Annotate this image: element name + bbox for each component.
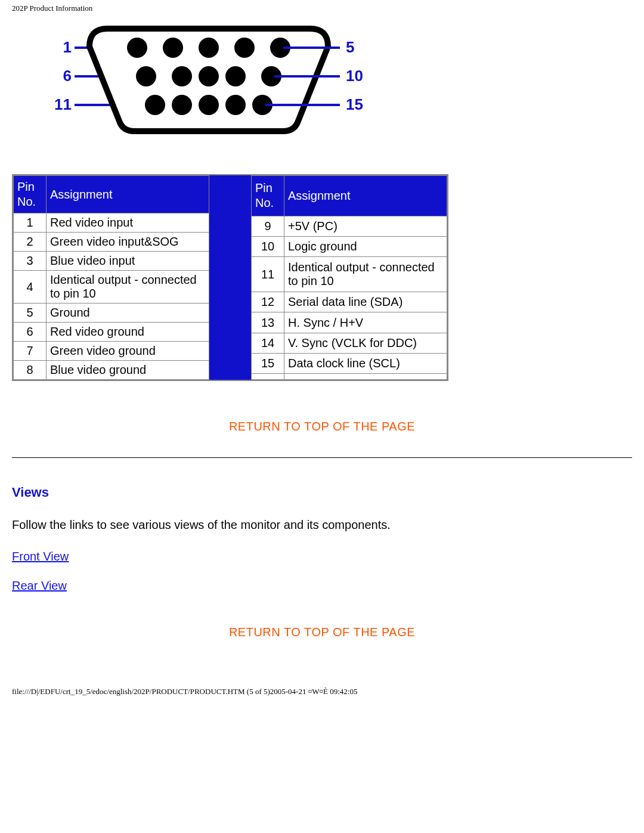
pin-number: 6: [14, 323, 47, 342]
pin-number: 5: [14, 304, 47, 323]
pin-number: 1: [14, 213, 47, 233]
pin-number: 10: [252, 236, 284, 256]
pin-assignment: Identical output - connected to pin 10: [47, 271, 209, 304]
pin-table-right: Pin No. Assignment 9+5V (PC) 10Logic gro…: [251, 175, 447, 380]
col-header-pin: Pin No.: [14, 176, 47, 213]
table-row: Pin No. Assignment: [252, 176, 447, 216]
col-header-assignment: Assignment: [284, 176, 447, 216]
table-row: 1Red video input: [14, 213, 209, 233]
views-heading: Views: [12, 485, 632, 500]
pin-assignment: Data clock line (SCL): [284, 353, 447, 373]
pin-number: 11: [252, 257, 284, 292]
table-row: 15Data clock line (SCL): [252, 353, 447, 373]
svg-point-19: [225, 95, 246, 115]
pin-assignment: Logic ground: [284, 236, 447, 256]
pin-number: 9: [252, 216, 284, 236]
pin-number: 3: [14, 252, 47, 271]
pin-assignment: Serial data line (SDA): [284, 292, 447, 312]
front-view-link[interactable]: Front View: [12, 550, 632, 563]
svg-text:10: 10: [346, 67, 363, 85]
table-row: Pin No. Assignment: [14, 176, 209, 213]
table-row: 8Blue video ground: [14, 361, 209, 380]
pin-number: 8: [14, 361, 47, 380]
svg-point-13: [199, 66, 219, 86]
pin-number: 2: [14, 233, 47, 252]
pin-assignment: H. Sync / H+V: [284, 312, 447, 333]
svg-point-11: [136, 66, 156, 86]
svg-point-9: [234, 38, 255, 58]
svg-point-17: [172, 95, 192, 115]
svg-point-14: [225, 66, 246, 86]
table-row: 5Ground: [14, 304, 209, 323]
table-row: 12Serial data line (SDA): [252, 292, 447, 312]
svg-text:6: 6: [63, 67, 72, 85]
pin-assignment: Identical output - connected to pin 10: [284, 257, 447, 292]
svg-point-16: [145, 95, 165, 115]
pin-assignment: Blue video input: [47, 252, 209, 271]
svg-text:11: 11: [54, 95, 72, 113]
svg-point-6: [127, 38, 147, 58]
table-row: 7Green video ground: [14, 342, 209, 361]
col-header-assignment: Assignment: [47, 176, 209, 213]
table-row: 13H. Sync / H+V: [252, 312, 447, 333]
d-sub-15-icon: 1 6 11 5 10 15: [54, 17, 370, 142]
svg-point-18: [199, 95, 219, 115]
table-gap: [209, 175, 251, 380]
rear-view-link[interactable]: Rear View: [12, 579, 632, 593]
table-row: 9+5V (PC): [252, 216, 447, 236]
return-to-top-link[interactable]: RETURN TO TOP OF THE PAGE: [12, 420, 632, 433]
pin-assignment: +5V (PC): [284, 216, 447, 236]
svg-point-8: [199, 38, 219, 58]
svg-point-7: [163, 38, 183, 58]
col-header-pin: Pin No.: [252, 176, 284, 216]
pin-assignment: V. Sync (VCLK for DDC): [284, 333, 447, 353]
pin-table-left: Pin No. Assignment 1Red video input 2Gre…: [13, 175, 209, 380]
pin-assignment: Red video input: [47, 213, 209, 233]
pin-number: 7: [14, 342, 47, 361]
svg-point-12: [172, 66, 192, 86]
pin-assignment: Green video input&SOG: [47, 233, 209, 252]
pin-number: 15: [252, 353, 284, 373]
page-header: 202P Product Information: [12, 0, 632, 13]
table-row: [252, 374, 447, 380]
pin-number: 4: [14, 271, 47, 304]
pin-assignment-tables: Pin No. Assignment 1Red video input 2Gre…: [12, 174, 448, 381]
connector-diagram: 1 6 11 5 10 15: [54, 17, 632, 144]
return-to-top-link[interactable]: RETURN TO TOP OF THE PAGE: [12, 625, 632, 639]
table-row: 6Red video ground: [14, 323, 209, 342]
pin-number: [252, 374, 284, 380]
pin-assignment: [284, 374, 447, 380]
pin-number: 12: [252, 292, 284, 312]
svg-text:5: 5: [346, 38, 354, 56]
pin-assignment: Red video ground: [47, 323, 209, 342]
svg-text:1: 1: [63, 38, 72, 56]
table-row: 14V. Sync (VCLK for DDC): [252, 333, 447, 353]
pin-assignment: Ground: [47, 304, 209, 323]
pin-number: 13: [252, 312, 284, 333]
svg-text:15: 15: [346, 95, 363, 113]
table-row: 4Identical output - connected to pin 10: [14, 271, 209, 304]
views-body-text: Follow the links to see various views of…: [12, 518, 632, 532]
table-row: 3Blue video input: [14, 252, 209, 271]
divider: [12, 457, 632, 458]
pin-assignment: Blue video ground: [47, 361, 209, 380]
pin-assignment: Green video ground: [47, 342, 209, 361]
table-row: 10Logic ground: [252, 236, 447, 256]
pin-number: 14: [252, 333, 284, 353]
table-row: 2Green video input&SOG: [14, 233, 209, 252]
table-row: 11Identical output - connected to pin 10: [252, 257, 447, 292]
footer-path: file:///D|/EDFU/crt_19_5/edoc/english/20…: [12, 687, 632, 700]
